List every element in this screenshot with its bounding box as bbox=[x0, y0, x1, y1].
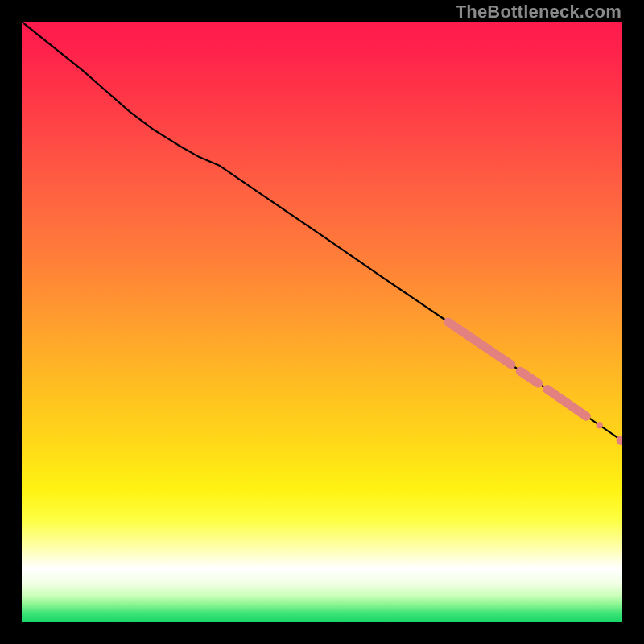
chart-canvas bbox=[22, 22, 622, 622]
background-gradient bbox=[22, 22, 622, 622]
chart-frame: TheBottleneck.com bbox=[0, 0, 644, 644]
plot-area bbox=[22, 22, 622, 622]
attribution-label: TheBottleneck.com bbox=[456, 2, 621, 23]
highlight-dot bbox=[597, 422, 603, 428]
